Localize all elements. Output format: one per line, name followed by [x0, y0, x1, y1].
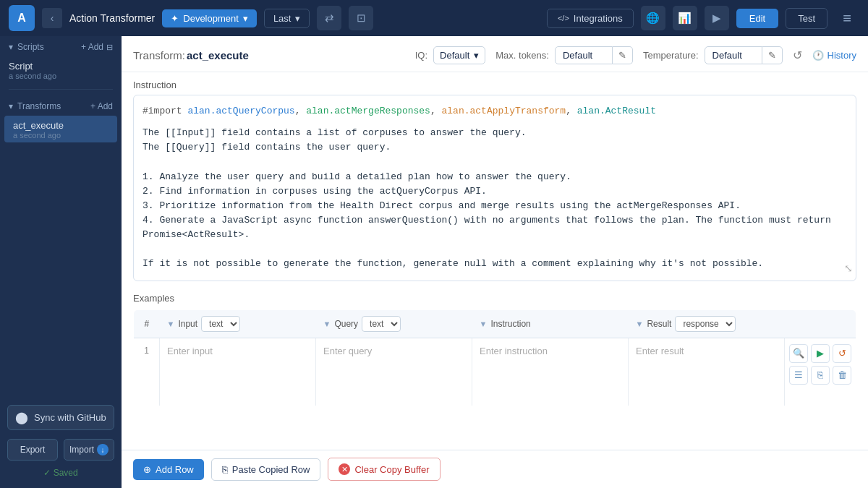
examples-section-label: Examples — [133, 293, 856, 304]
clear-buffer-button[interactable]: ✕ Clear Copy Buffer — [328, 458, 440, 481]
iq-select[interactable]: Default ▾ — [433, 46, 485, 64]
resize-handle[interactable]: ⤡ — [844, 262, 853, 278]
delete-row-button[interactable]: 🗑 — [833, 366, 851, 385]
filter-icon: ▼ — [323, 320, 331, 328]
chevron-down-icon: ▾ — [9, 101, 13, 111]
undo-icon: ↺ — [838, 348, 846, 359]
undo-row-button[interactable]: ↺ — [833, 344, 851, 363]
input-field[interactable] — [160, 338, 315, 403]
back-button[interactable]: ‹ — [42, 8, 62, 28]
search-icon: 🔍 — [793, 348, 804, 359]
sidebar-divider — [9, 89, 113, 90]
search-row-button[interactable]: 🔍 — [789, 344, 808, 363]
globe-button[interactable]: 🌐 — [641, 6, 665, 30]
result-type-select[interactable]: response — [675, 316, 736, 332]
globe-icon: 🌐 — [646, 12, 660, 25]
export-button[interactable]: Export — [7, 439, 58, 461]
transform-header: Transform:act_execute IQ: Default ▾ Max.… — [122, 36, 868, 72]
chart-icon: 📊 — [678, 12, 692, 25]
max-tokens-edit-button[interactable]: ✎ — [613, 46, 633, 64]
app-title: Action Transformer — [69, 12, 155, 24]
filter-icon: ▼ — [167, 320, 175, 328]
back-icon: ‹ — [51, 12, 54, 24]
chart-button[interactable]: 📊 — [673, 6, 697, 30]
table-row: 1 — [134, 338, 856, 406]
max-tokens-value: Default — [555, 46, 613, 64]
sidebar-item-act-execute[interactable]: act_execute a second ago — [4, 116, 117, 142]
instruction-box[interactable]: #import alan.actQueryCorpus, alan.actMer… — [133, 95, 856, 281]
copy-icon: ⎘ — [817, 369, 823, 380]
main-layout: ▾ Scripts + Add ⊟ Script a second ago ▾ … — [0, 36, 868, 488]
chevron-down-icon: ▾ — [243, 13, 248, 24]
query-cell — [316, 338, 472, 406]
navbar: A ‹ Action Transformer ✦ Development ▾ L… — [0, 0, 868, 36]
edit-button[interactable]: Edit — [736, 9, 778, 28]
filter-icon: ▼ — [480, 320, 488, 328]
add-row-button[interactable]: ⊕ Add Row — [133, 459, 204, 480]
history-button[interactable]: 🕐 History — [812, 50, 856, 61]
sync-github-button[interactable]: ⬤ Sync with GitHub — [7, 405, 114, 430]
paste-icon: ⎘ — [222, 464, 228, 475]
input-type-select[interactable]: text — [201, 316, 240, 332]
last-button[interactable]: Last ▾ — [264, 9, 310, 28]
exchange-icon: ⇄ — [325, 12, 334, 25]
code-icon: </> — [558, 14, 569, 22]
bottom-bar: ⊕ Add Row ⎘ Paste Copied Row ✕ Clear Cop… — [122, 450, 868, 488]
add-script-button[interactable]: + Add — [81, 42, 103, 52]
paste-row-button[interactable]: ⎘ Paste Copied Row — [211, 458, 321, 481]
chevron-down-icon: ▾ — [9, 42, 13, 52]
play-button[interactable]: ▶ — [705, 6, 729, 30]
scripts-label: Scripts — [17, 42, 44, 52]
menu-icon: ≡ — [843, 10, 851, 27]
temperature-control: Default ✎ — [705, 46, 783, 64]
transforms-label: Transforms — [17, 101, 61, 111]
close-icon: ✕ — [339, 463, 350, 475]
chevron-down-icon: ▾ — [474, 50, 479, 61]
saved-indicator: ✓ Saved — [0, 465, 122, 481]
test-button[interactable]: Test — [786, 8, 827, 29]
examples-section: Examples # ▼ Input text — [122, 293, 868, 406]
run-row-button[interactable]: ▶ — [811, 344, 830, 363]
instruction-body: The [[Input]] field contains a list of c… — [142, 126, 847, 271]
col-header-actions — [785, 309, 856, 338]
menu-button[interactable]: ≡ — [835, 6, 859, 30]
row-number: 1 — [134, 338, 160, 406]
list-row-button[interactable]: ☰ — [789, 366, 808, 385]
instruction-field[interactable] — [472, 338, 628, 403]
content-area: Transform:act_execute IQ: Default ▾ Max.… — [122, 36, 868, 488]
col-header-input: ▼ Input text — [160, 309, 316, 338]
temperature-edit-button[interactable]: ✎ — [762, 46, 783, 64]
max-tokens-field-group: Max. tokens: Default ✎ — [495, 46, 633, 64]
collapse-scripts-button[interactable]: ⊟ — [106, 43, 113, 52]
col-header-num: # — [134, 309, 160, 338]
sidebar-item-script[interactable]: Script a second ago — [0, 56, 122, 83]
undo-button[interactable]: ↺ — [793, 48, 802, 62]
query-field[interactable] — [316, 338, 472, 403]
copy-row-button[interactable]: ⎘ — [811, 366, 830, 385]
github-icon: ⬤ — [15, 411, 28, 424]
export-import-buttons: Export Import ↓ — [0, 435, 122, 465]
query-type-select[interactable]: text — [362, 316, 401, 332]
environment-button[interactable]: ✦ Development ▾ — [162, 9, 257, 27]
col-header-query: ▼ Query text — [316, 309, 472, 338]
result-field[interactable] — [629, 338, 784, 403]
import-button[interactable]: Import ↓ — [64, 439, 114, 461]
instruction-cell — [472, 338, 629, 406]
play-icon: ▶ — [712, 12, 721, 25]
input-cell — [160, 338, 316, 406]
add-transform-button[interactable]: + Add — [90, 101, 113, 111]
transforms-section-header: ▾ Transforms + Add — [0, 95, 122, 116]
integrations-button[interactable]: </> Integrations — [547, 9, 634, 28]
transform-name: Transform:act_execute — [133, 49, 249, 61]
grid-icon-button[interactable]: ⊡ — [349, 6, 373, 30]
exchange-icon-button[interactable]: ⇄ — [317, 6, 341, 30]
temperature-value: Default — [705, 46, 762, 64]
actions-cell: 🔍 ▶ ↺ — [785, 338, 856, 406]
plus-icon: ⊕ — [143, 464, 151, 475]
result-cell — [629, 338, 785, 406]
sidebar: ▾ Scripts + Add ⊟ Script a second ago ▾ … — [0, 36, 122, 488]
import-line: #import alan.actQueryCorpus, alan.actMer… — [142, 104, 847, 119]
import-badge-icon: ↓ — [97, 444, 109, 455]
play-icon: ▶ — [817, 348, 824, 359]
app-logo: A — [9, 5, 35, 31]
